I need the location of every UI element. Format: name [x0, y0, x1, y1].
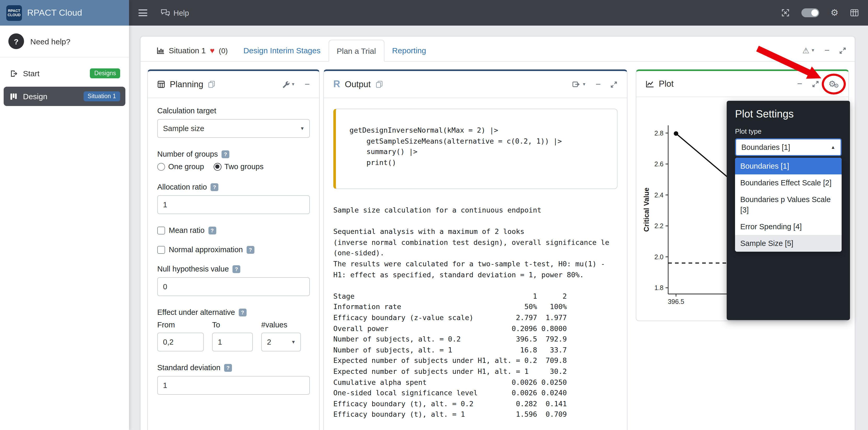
mean-ratio-checkbox-row[interactable]: Mean ratio ? — [157, 226, 310, 234]
tab-plan-a-trial[interactable]: Plan a Trial — [328, 40, 384, 62]
plot-tools: − ⚙ ⚙ — [797, 79, 839, 89]
caret-down-icon: ▼ — [811, 48, 815, 53]
help-icon[interactable]: ? — [247, 246, 254, 254]
help-icon[interactable]: ? — [221, 150, 229, 158]
copy-icon[interactable] — [208, 80, 215, 88]
sidebar-item-start[interactable]: Start Designs — [4, 64, 125, 83]
calculation-target-select[interactable]: Sample size ▼ — [157, 119, 310, 138]
caret-down-icon: ▼ — [291, 82, 295, 87]
radio-icon — [157, 163, 165, 170]
need-help-item[interactable]: ? Need help? — [0, 26, 129, 58]
sidebar-item-design[interactable]: Design Situation 1 — [4, 87, 125, 106]
output-body: getDesignInverseNormal(kMax = 2) |> getS… — [324, 98, 627, 428]
app-title: RPACT Cloud — [27, 7, 82, 18]
collapse-planning-button[interactable]: − — [305, 80, 310, 89]
checkbox-icon[interactable] — [157, 226, 165, 234]
sidebar-menu: Start Designs Design Situation 1 — [0, 58, 129, 112]
hamburger-menu-icon[interactable] — [138, 9, 147, 16]
situation-badge: Situation 1 — [83, 91, 120, 101]
expand-plot-icon[interactable] — [812, 80, 819, 88]
expand-card-icon[interactable] — [839, 47, 846, 54]
from-label: From — [157, 321, 204, 329]
two-groups-radio[interactable]: Two groups — [213, 162, 264, 171]
help-icon[interactable]: ? — [208, 226, 216, 234]
svg-text:2.0: 2.0 — [654, 253, 663, 261]
app-root: RPACT CLOUD RPACT Cloud ? Need help? Sta… — [0, 0, 868, 430]
gear-icon: ⚙ — [834, 83, 839, 89]
checkbox-icon[interactable] — [157, 246, 165, 254]
export-dropdown[interactable]: ▼ — [572, 80, 586, 88]
help-icon[interactable]: ? — [211, 183, 218, 191]
question-mark-icon: ? — [8, 33, 24, 49]
to-label: To — [212, 321, 253, 329]
radio-label: One group — [168, 162, 204, 171]
null-hypothesis-field: Null hypothesis value ? — [157, 265, 310, 296]
plot-type-select[interactable]: Boundaries [1] ▲ — [735, 138, 842, 156]
tab-bar: Situation 1 ♥ (0) Design Interim Stages … — [141, 37, 855, 62]
effect-from-input[interactable] — [157, 333, 204, 352]
need-help-label: Need help? — [30, 37, 70, 46]
help-menu[interactable]: Help — [161, 9, 189, 17]
warning-icon: ⚠ — [802, 46, 809, 54]
option-sample-size[interactable]: Sample Size [5] — [735, 235, 842, 252]
groups-radio-row: One group Two groups — [157, 162, 310, 171]
fullscreen-icon[interactable] — [781, 8, 790, 17]
standard-deviation-label: Standard deviation — [157, 363, 220, 372]
help-icon[interactable]: ? — [224, 364, 232, 371]
warnings-dropdown[interactable]: ⚠ ▼ — [802, 46, 815, 54]
effect-label: Effect under alternative — [157, 308, 235, 317]
plot-type-label: Plot type — [735, 127, 842, 135]
output-tools: ▼ − — [572, 80, 618, 89]
caret-down-icon: ▼ — [300, 126, 305, 131]
settings-gear-icon[interactable]: ⚙ — [831, 8, 839, 17]
select-value: 2 — [267, 338, 271, 346]
tab-situation[interactable]: Situation 1 ♥ (0) — [149, 40, 236, 61]
planning-form: Calculation target Sample size ▼ Number … — [148, 98, 319, 415]
effect-values-select[interactable]: 2 ▼ — [261, 333, 301, 352]
plot-settings-title: Plot Settings — [735, 108, 842, 120]
radio-checked-icon — [213, 163, 221, 170]
designs-badge: Designs — [90, 68, 120, 78]
copy-icon[interactable] — [375, 80, 383, 88]
svg-text:396.5: 396.5 — [668, 298, 684, 305]
r-logo-icon: R — [333, 79, 340, 90]
one-group-radio[interactable]: One group — [157, 162, 204, 171]
standard-deviation-input[interactable] — [157, 376, 310, 395]
plot-type-value: Boundaries [1] — [741, 143, 790, 152]
allocation-ratio-input[interactable] — [157, 195, 310, 214]
tab-design-interim-stages[interactable]: Design Interim Stages — [236, 40, 328, 61]
favorites-heart-icon[interactable]: ♥ — [210, 46, 215, 55]
plot-settings-gears-icon[interactable]: ⚙ ⚙ — [829, 79, 839, 89]
collapse-card-button[interactable]: − — [825, 46, 830, 55]
option-boundaries-p-values-scale[interactable]: Boundaries p Values Scale [3] — [735, 191, 842, 218]
sidebar-item-label: Start — [23, 69, 39, 78]
theme-toggle[interactable] — [801, 8, 819, 17]
caret-down-icon: ▼ — [291, 339, 296, 344]
option-boundaries[interactable]: Boundaries [1] — [735, 158, 842, 174]
sidebar-item-label: Design — [23, 92, 47, 101]
plot-title: Plot — [659, 79, 674, 89]
tab-reporting[interactable]: Reporting — [384, 40, 434, 61]
help-icon[interactable]: ? — [239, 308, 247, 316]
radio-label: Two groups — [224, 162, 264, 171]
collapse-output-button[interactable]: − — [595, 80, 601, 89]
normal-approximation-checkbox-row[interactable]: Normal approximation ? — [157, 245, 310, 254]
option-error-spending[interactable]: Error Spending [4] — [735, 218, 842, 235]
option-boundaries-effect-scale[interactable]: Boundaries Effect Scale [2] — [735, 174, 842, 191]
tab-label: Design Interim Stages — [243, 46, 320, 55]
topbar-controls: ⚙ — [781, 8, 859, 17]
svg-text:2.8: 2.8 — [654, 130, 663, 137]
start-icon — [9, 69, 18, 77]
grid-table-icon[interactable] — [850, 9, 859, 17]
calculation-target-field: Calculation target Sample size ▼ — [157, 106, 310, 138]
mean-ratio-label: Mean ratio — [169, 226, 205, 234]
calculation-target-label: Calculation target — [157, 106, 310, 115]
null-hypothesis-input[interactable] — [157, 277, 310, 296]
expand-output-icon[interactable] — [610, 81, 618, 88]
effect-to-input[interactable] — [212, 333, 253, 352]
line-chart-icon — [646, 80, 654, 88]
wrench-dropdown[interactable]: ▼ — [282, 80, 295, 88]
app-logo-bar[interactable]: RPACT CLOUD RPACT Cloud — [0, 0, 129, 26]
collapse-plot-button[interactable]: − — [797, 79, 802, 88]
help-icon[interactable]: ? — [232, 265, 240, 273]
